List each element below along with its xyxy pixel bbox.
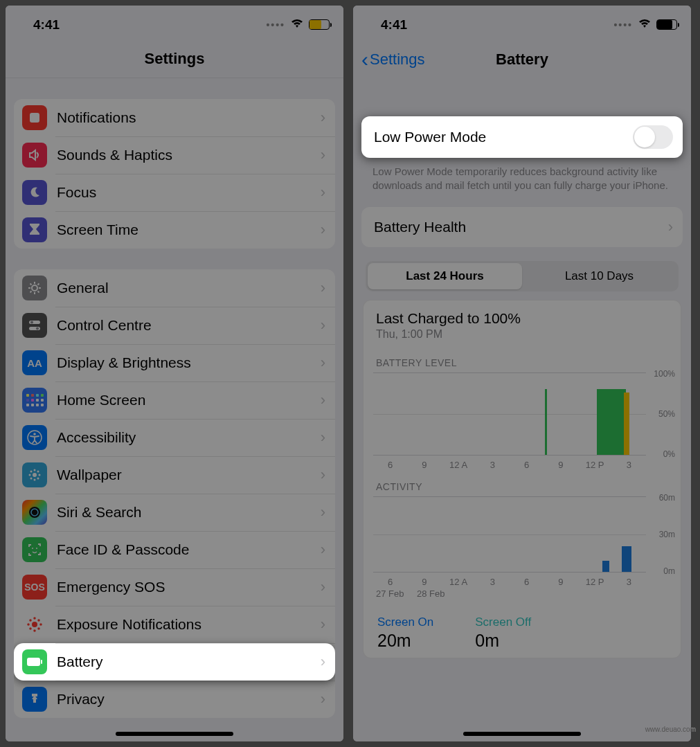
chevron-left-icon: ‹	[361, 49, 368, 70]
screen-off-label: Screen Off	[475, 615, 531, 629]
svg-point-8	[33, 473, 37, 477]
row-privacy[interactable]: Privacy ›	[14, 681, 335, 718]
chevron-right-icon: ›	[321, 279, 325, 297]
sos-icon: SOS	[22, 575, 47, 600]
row-sos[interactable]: SOS Emergency SOS ›	[14, 568, 335, 606]
battery-screen: 4:41 •••• ‹ Settings Battery Low Power M…	[353, 6, 691, 741]
row-accessibility[interactable]: Accessibility ›	[14, 419, 335, 456]
svg-point-7	[33, 433, 36, 435]
chevron-right-icon: ›	[321, 578, 325, 596]
battery-level-chart: 100% 50% 0%	[373, 372, 646, 456]
row-general[interactable]: General ›	[14, 269, 335, 307]
wallpaper-icon	[22, 462, 47, 487]
svg-point-15	[30, 478, 33, 480]
nav-header: Settings	[6, 40, 343, 78]
x-axis-hours-2: 69 12 A3 69 12 P3	[373, 573, 646, 588]
svg-rect-30	[27, 658, 40, 666]
svg-point-24	[28, 624, 29, 625]
row-sounds[interactable]: Sounds & Haptics ›	[14, 136, 335, 174]
chevron-right-icon: ›	[321, 541, 325, 559]
chevron-right-icon: ›	[321, 690, 325, 708]
row-screentime[interactable]: Screen Time ›	[14, 211, 335, 249]
usage-panel: Last Charged to 100% Thu, 1:00 PM BATTER…	[363, 300, 681, 658]
row-exposure[interactable]: Exposure Notifications ›	[14, 606, 335, 643]
last-charged-title: Last Charged to 100%	[373, 310, 676, 327]
battery-health-row[interactable]: Battery Health ›	[361, 207, 683, 247]
exposure-icon	[22, 612, 47, 637]
settings-group-1: Notifications › Sounds & Haptics › Focus…	[14, 99, 335, 249]
seg-10d[interactable]: Last 10 Days	[522, 263, 676, 289]
time-range-segmented[interactable]: Last 24 Hours Last 10 Days	[366, 261, 679, 291]
chevron-right-icon: ›	[321, 391, 325, 409]
svg-point-11	[29, 474, 31, 476]
svg-point-23	[34, 630, 35, 631]
row-display[interactable]: AA Display & Brightness ›	[14, 344, 335, 381]
status-time: 4:41	[381, 17, 407, 33]
lpm-toggle[interactable]	[633, 125, 673, 149]
battery-row-icon	[22, 649, 47, 674]
wifi-icon	[291, 19, 303, 31]
general-icon	[22, 276, 47, 300]
chevron-right-icon: ›	[321, 653, 325, 671]
row-control-centre[interactable]: Control Centre ›	[14, 307, 335, 344]
focus-icon	[22, 180, 47, 205]
svg-point-1	[32, 285, 37, 291]
row-notifications[interactable]: Notifications ›	[14, 99, 335, 136]
privacy-icon	[22, 687, 47, 712]
svg-point-27	[38, 628, 39, 629]
row-wallpaper[interactable]: Wallpaper ›	[14, 456, 335, 494]
screen-stats: Screen On 20m Screen Off 0m	[373, 606, 676, 651]
back-button[interactable]: ‹ Settings	[361, 49, 425, 70]
page-title: Settings	[145, 50, 205, 68]
row-homescreen[interactable]: Home Screen ›	[14, 381, 335, 419]
screen-on-label: Screen On	[377, 615, 433, 629]
battery-level-label: BATTERY LEVEL	[373, 354, 676, 372]
row-focus[interactable]: Focus ›	[14, 174, 335, 211]
status-bar: 4:41 ••••	[353, 6, 691, 40]
screen-off-value: 0m	[475, 629, 531, 651]
svg-point-28	[30, 628, 31, 629]
chevron-right-icon: ›	[321, 466, 325, 484]
page-title: Battery	[496, 51, 548, 69]
display-icon: AA	[22, 350, 47, 375]
status-bar: 4:41 ••••	[6, 6, 343, 40]
activity-label: ACTIVITY	[373, 471, 676, 496]
wifi-icon	[638, 19, 651, 31]
seg-24h[interactable]: Last 24 Hours	[368, 263, 522, 289]
settings-group-2: General › Control Centre › AA Display & …	[14, 269, 335, 718]
svg-rect-0	[30, 113, 39, 123]
screentime-icon	[22, 217, 47, 242]
home-indicator[interactable]	[463, 732, 581, 736]
chevron-right-icon: ›	[321, 316, 325, 334]
settings-screen: 4:41 •••• Settings Notifications › Sound…	[6, 6, 343, 741]
row-faceid[interactable]: Face ID & Passcode ›	[14, 531, 335, 568]
cellular-dots-icon: ••••	[613, 19, 633, 30]
chevron-right-icon: ›	[321, 183, 325, 201]
svg-point-26	[30, 620, 31, 621]
row-siri[interactable]: Siri & Search ›	[14, 494, 335, 531]
control-centre-icon	[22, 313, 47, 338]
home-indicator[interactable]	[116, 732, 233, 736]
svg-point-14	[37, 478, 39, 480]
activity-chart: 60m 30m 0m	[373, 496, 646, 573]
sounds-icon	[22, 143, 47, 168]
svg-point-29	[38, 620, 39, 621]
cellular-dots-icon: ••••	[266, 19, 285, 30]
screen-on-value: 20m	[377, 629, 433, 651]
chevron-right-icon: ›	[321, 109, 325, 127]
svg-point-16	[37, 471, 39, 473]
svg-point-12	[39, 474, 41, 476]
svg-point-25	[40, 624, 42, 625]
battery-icon	[309, 19, 330, 30]
chevron-right-icon: ›	[321, 615, 325, 633]
x-axis-dates: 27 Feb28 Feb	[373, 588, 646, 606]
chevron-right-icon: ›	[321, 354, 325, 372]
watermark: www.deuao.com	[645, 726, 696, 733]
lpm-footnote: Low Power Mode temporarily reduces backg…	[353, 158, 691, 193]
svg-point-19	[32, 548, 33, 549]
svg-point-20	[36, 548, 37, 549]
siri-icon	[22, 500, 47, 525]
row-battery[interactable]: Battery ›	[14, 643, 335, 681]
nav-header: ‹ Settings Battery	[353, 40, 691, 78]
svg-point-5	[36, 327, 39, 330]
